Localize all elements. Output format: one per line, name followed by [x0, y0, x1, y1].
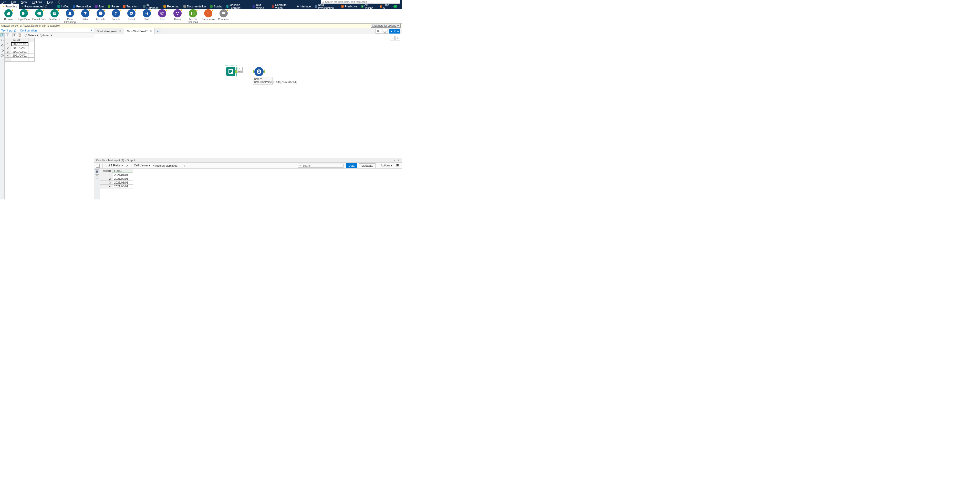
add-category-icon[interactable]: + [393, 5, 397, 8]
workflow-tab-start-here[interactable]: Start Here.yxmd✕ [94, 28, 124, 34]
tool-filter[interactable]: ★Filter [78, 9, 92, 21]
cat-transform[interactable]: Transform [121, 4, 142, 9]
menu-help[interactable]: Help [47, 0, 53, 3]
config-help-icon[interactable]: ? [0, 54, 4, 57]
cat-recommended[interactable]: ✧Recommendedi [19, 4, 49, 9]
workflow-canvas[interactable]: − + 444b fx [94, 34, 402, 158]
results-header-record[interactable]: Record [100, 169, 113, 173]
arrow-up-icon[interactable] [183, 164, 186, 167]
tool-sample[interactable]: ★Sample [109, 9, 123, 21]
cat-abtest[interactable]: RAB Testing [359, 4, 378, 9]
cat-scroll-left[interactable] [49, 4, 55, 9]
fields-dropdown[interactable]: 1 of 1 Fields ▾ [105, 164, 123, 167]
cat-indb[interactable]: In-Database [141, 4, 161, 9]
arrow-down-icon[interactable] [189, 164, 192, 167]
table-row[interactable]: 22021/02/01 [100, 177, 133, 181]
results-layout-icon[interactable] [96, 164, 100, 168]
update-options-button[interactable]: Click here for options ▼ [371, 24, 401, 28]
tool-sort[interactable]: ★Sort [140, 9, 154, 21]
close-tab-icon[interactable]: ✕ [150, 29, 152, 33]
cat-reporting[interactable]: Reporting [161, 4, 181, 9]
grid-cell-1[interactable]: 2021/01/01 [11, 42, 29, 46]
cat-textmining[interactable]: Text Mining [250, 4, 270, 9]
canvas-node-formula[interactable]: fx [255, 67, 264, 76]
tool-texttocolumns[interactable]: ★Text To Columns [186, 9, 200, 24]
import-icon[interactable]: ⤓ [6, 33, 9, 37]
check-icon[interactable] [126, 164, 129, 167]
table-row[interactable]: 12021/01/01 [100, 173, 133, 177]
cat-documentation[interactable]: Documentation [181, 4, 208, 9]
cat-datainv[interactable]: Data Investigation [313, 4, 339, 9]
config-pin-icon[interactable] [91, 29, 93, 32]
cat-time[interactable]: RTime S [378, 4, 392, 9]
text-input-grid[interactable]: Field1⋯ 12021/01/01 22021/02/01 32021/03… [5, 38, 94, 62]
tool-outputdata[interactable]: ★Output Data [32, 9, 46, 21]
tool-join[interactable]: ★Join [155, 9, 169, 21]
cat-parse[interactable]: Parse [106, 4, 121, 9]
results-collapse-icon[interactable] [393, 159, 396, 162]
output-anchor[interactable] [235, 70, 237, 73]
cat-scroll-right[interactable] [399, 5, 401, 8]
tool-union[interactable]: ★Union [170, 9, 185, 21]
grid-cell-2[interactable]: 2021/02/01 [11, 46, 29, 50]
actions-dropdown[interactable]: Actions ▾ [381, 164, 392, 167]
cat-preparation[interactable]: Preparation [71, 4, 93, 9]
tool-formula[interactable]: ★fxFormula [94, 9, 108, 21]
cat-ml[interactable]: Machine Learning [224, 4, 250, 9]
config-collapse-icon[interactable] [86, 29, 89, 32]
history-button[interactable] [382, 29, 388, 33]
cat-spatial[interactable]: Spatial [208, 4, 224, 9]
config-nav-icon[interactable] [0, 43, 4, 47]
canvas-node-text-input[interactable]: 444b [225, 65, 237, 77]
config-tag-icon[interactable] [0, 49, 4, 52]
menu-file[interactable]: File [2, 0, 6, 3]
grid-cell-3[interactable]: 2021/03/01 [11, 50, 29, 54]
tool-textinput[interactable]: ★Text Input [48, 9, 62, 21]
globe-icon[interactable] [58, 0, 61, 3]
global-search-input[interactable] [325, 0, 399, 3]
insert-button[interactable]: +Insert▾ [40, 33, 53, 37]
menu-edit[interactable]: Edit [11, 0, 16, 3]
cat-join[interactable]: Join [93, 4, 106, 9]
results-search-input[interactable] [302, 164, 342, 167]
metadata-tab[interactable]: Metadata [360, 164, 375, 168]
zoom-out-button[interactable]: − [390, 36, 395, 40]
grid-header-field1[interactable]: Field1 [11, 38, 29, 42]
tool-datacleansing[interactable]: ★Data Cleansing [63, 9, 77, 24]
run-button[interactable]: Run [389, 29, 400, 33]
results-grid-icon[interactable]: ▦ [95, 169, 99, 173]
delete-button[interactable]: −Delete▾ [25, 33, 38, 37]
cat-cv[interactable]: Computer Vision [270, 4, 294, 9]
results-search[interactable] [298, 164, 344, 168]
config-gear-icon[interactable] [0, 33, 4, 37]
cell-viewer-dropdown[interactable]: Cell Viewer ▾ [134, 164, 151, 167]
tool-select[interactable]: ★Select [124, 9, 138, 21]
zoom-in-button[interactable]: + [396, 36, 400, 40]
cat-predictive[interactable]: RPredictive [339, 4, 359, 9]
table-row[interactable]: 32021/03/01 [100, 181, 133, 184]
input-anchor[interactable] [253, 70, 255, 73]
table-row[interactable]: 42021/04/01 [100, 184, 133, 189]
add-workflow-tab[interactable]: + [155, 28, 161, 34]
cat-favorites[interactable]: ★Favorites [0, 4, 19, 9]
workflow-tab-new[interactable]: New Workflow2*✕ [124, 28, 155, 34]
grid-cell-4[interactable]: 2021/04/01 [11, 54, 29, 57]
overflow-button[interactable]: ≫ [375, 29, 381, 33]
tool-inputdata[interactable]: ★Input Data [17, 9, 31, 21]
tool-summarize[interactable]: ★ΣSummarize [201, 9, 215, 21]
tool-comment[interactable]: ★Comment [217, 9, 231, 21]
menu-options[interactable]: Options [32, 0, 42, 3]
menu-view[interactable]: View [21, 0, 27, 3]
cat-inout[interactable]: In/Out [55, 4, 71, 9]
output-anchor[interactable] [264, 70, 265, 73]
paste-icon[interactable]: 📋 [18, 33, 21, 37]
results-pin-icon[interactable] [398, 159, 400, 162]
config-code-icon[interactable] [0, 38, 4, 42]
results-table[interactable]: RecordField1 12021/01/01 22021/02/01 320… [100, 169, 133, 199]
results-header-field1[interactable]: Field1 [113, 169, 133, 173]
results-menu-icon[interactable]: ☰ [395, 163, 400, 168]
data-tab[interactable]: Data [346, 164, 357, 168]
close-tab-icon[interactable]: ✕ [119, 29, 121, 33]
cat-interface[interactable]: ◆Interface [294, 4, 313, 9]
results-help-icon[interactable]: ? [95, 175, 99, 178]
